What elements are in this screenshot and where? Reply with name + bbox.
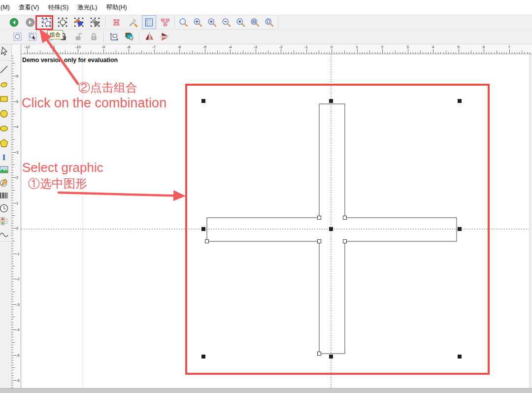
select-all-icon bbox=[12, 32, 23, 42]
circle-tool-button[interactable] bbox=[0, 106, 11, 121]
zoom-in-button[interactable] bbox=[205, 15, 219, 29]
annotation-step1-cn: ①选中图形 bbox=[28, 177, 87, 190]
node-edit-icon bbox=[58, 17, 68, 28]
hatch-icon: H bbox=[111, 17, 122, 28]
ungroup-button[interactable] bbox=[88, 15, 102, 29]
mirror-vertical-button[interactable] bbox=[142, 30, 157, 44]
bitmap-tool-button[interactable] bbox=[0, 164, 11, 176]
unlock-icon bbox=[73, 32, 84, 42]
annotation-step2-cn: ②点击组合 bbox=[78, 81, 137, 94]
line-tool-button[interactable] bbox=[0, 62, 11, 77]
annotation-step2-en: Click on the combination bbox=[22, 96, 166, 110]
zoom-page-button[interactable] bbox=[262, 15, 276, 29]
select-node-button[interactable] bbox=[26, 30, 40, 44]
zoom-icon bbox=[178, 17, 189, 28]
select-tool-button[interactable] bbox=[0, 44, 11, 59]
zoom-in-icon bbox=[207, 17, 217, 28]
menu-laser[interactable]: 激光(L) bbox=[73, 2, 101, 13]
back-button[interactable] bbox=[7, 15, 21, 29]
circle-icon bbox=[0, 108, 9, 119]
barcode-icon bbox=[0, 190, 9, 201]
menu-help[interactable]: 帮助(H) bbox=[101, 2, 131, 13]
unlock-button[interactable] bbox=[71, 30, 86, 44]
rectangle-icon bbox=[0, 94, 9, 104]
hatch-button[interactable]: H bbox=[109, 15, 124, 29]
delay-icon bbox=[0, 203, 9, 214]
ellipse-icon bbox=[0, 123, 9, 134]
lock-all-icon bbox=[89, 32, 99, 42]
ezcad-app: (M) 查看(V) 特殊(S) 激光(L) 帮助(H) H I 6543210-… bbox=[0, 0, 532, 393]
zoom-all-icon bbox=[250, 17, 260, 28]
select-node-icon bbox=[28, 32, 38, 42]
menu-special[interactable]: 特殊(S) bbox=[43, 2, 73, 13]
polygon-icon bbox=[0, 138, 9, 149]
zoom-pan-icon bbox=[193, 17, 203, 28]
barcode-tool-button[interactable] bbox=[0, 189, 11, 202]
line-icon bbox=[0, 64, 9, 75]
group-icon bbox=[74, 17, 84, 28]
ungroup-icon bbox=[90, 17, 100, 28]
bitmap-icon bbox=[0, 164, 9, 175]
object-color-button[interactable] bbox=[122, 30, 136, 44]
vertical-ruler: 6543210-1-2-3-4-5-6 bbox=[12, 44, 21, 388]
menu-draw[interactable]: (M) bbox=[0, 2, 14, 12]
horizontal-ruler: -12-11-10-9-8-7-6-5-4-3-2-101234567 bbox=[21, 44, 532, 54]
annotation-step1-en: Select graphic bbox=[22, 161, 103, 174]
main-toolbar: H bbox=[0, 15, 532, 30]
zoom-all-button[interactable] bbox=[248, 15, 262, 29]
select-icon bbox=[0, 46, 9, 57]
select-all-button[interactable] bbox=[10, 30, 25, 44]
tools-button[interactable] bbox=[126, 15, 140, 29]
svg-text:H: H bbox=[113, 18, 119, 27]
object-list-button[interactable] bbox=[142, 15, 156, 29]
object-color-icon bbox=[124, 32, 134, 42]
edit-toolbar bbox=[0, 30, 532, 44]
polygon-tool-button[interactable] bbox=[0, 136, 11, 151]
mirror-vertical-icon bbox=[144, 32, 155, 42]
svg-text:I: I bbox=[2, 153, 6, 162]
menu-bar: (M) 查看(V) 特殊(S) 激光(L) 帮助(H) bbox=[0, 0, 532, 15]
curve-icon bbox=[0, 79, 9, 90]
vector-file-tool-button[interactable] bbox=[0, 176, 11, 189]
exec-order-icon bbox=[160, 17, 170, 28]
mirror-horizontal-button[interactable] bbox=[158, 30, 172, 44]
text-icon: I bbox=[0, 152, 9, 163]
draw-toolbar: I bbox=[0, 44, 12, 388]
spline-icon bbox=[0, 229, 9, 239]
zoom-out-button[interactable] bbox=[219, 15, 233, 29]
exec-order-button[interactable] bbox=[158, 15, 172, 29]
horizontal-scrollbar[interactable] bbox=[0, 388, 532, 393]
vector-file-icon bbox=[0, 177, 9, 188]
move-to-origin-icon bbox=[109, 32, 119, 42]
highlight-box bbox=[35, 15, 53, 30]
zoom-object-button[interactable] bbox=[233, 15, 248, 29]
menu-view[interactable]: 查看(V) bbox=[14, 2, 44, 13]
group-button[interactable] bbox=[72, 15, 86, 29]
zoom-page-icon bbox=[264, 17, 274, 28]
back-icon bbox=[9, 17, 19, 28]
mirror-horizontal-icon bbox=[160, 32, 170, 42]
zoom-toolbar-group bbox=[174, 15, 278, 30]
object-list-icon bbox=[144, 17, 154, 28]
lock-all-button[interactable] bbox=[87, 30, 101, 44]
forward-icon bbox=[25, 17, 35, 28]
vertical-scrollbar[interactable] bbox=[529, 54, 532, 388]
zoom-object-icon bbox=[235, 17, 246, 28]
text-tool-button[interactable]: I bbox=[0, 151, 11, 164]
tools-icon bbox=[128, 17, 138, 28]
demo-watermark: Demo version only for evaluation bbox=[22, 57, 118, 64]
zoom-out-icon bbox=[221, 17, 232, 28]
curve-tool-button[interactable] bbox=[0, 77, 11, 92]
zoom-button[interactable] bbox=[176, 15, 191, 29]
zoom-pan-button[interactable] bbox=[191, 15, 205, 29]
io-signal-tool-button[interactable] bbox=[0, 215, 11, 228]
spline-tool-button[interactable] bbox=[0, 228, 11, 240]
io-signal-icon bbox=[0, 216, 9, 227]
rectangle-tool-button[interactable] bbox=[0, 92, 11, 106]
delay-tool-button[interactable] bbox=[0, 202, 11, 215]
ellipse-tool-button[interactable] bbox=[0, 121, 11, 136]
move-to-origin-button[interactable] bbox=[107, 30, 121, 44]
node-edit-button[interactable] bbox=[56, 15, 70, 29]
combine-tooltip: 组合 bbox=[47, 30, 63, 39]
